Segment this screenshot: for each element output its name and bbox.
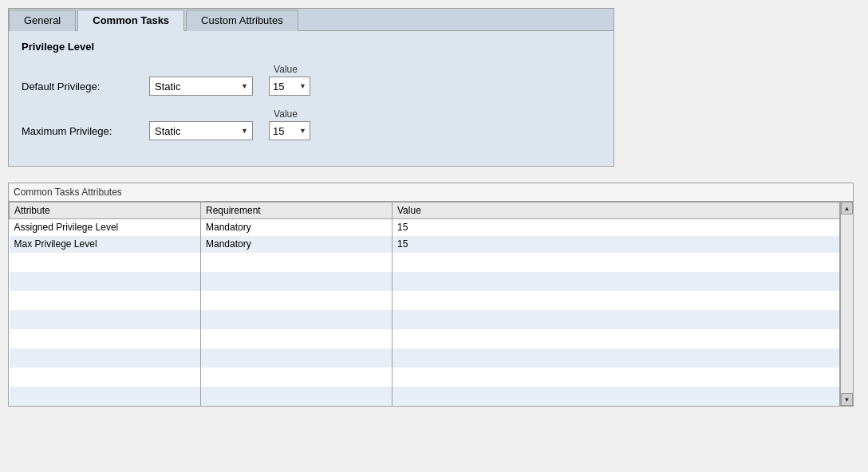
table-wrapper: Attribute Requirement Value Assigned Pri… xyxy=(9,202,853,406)
cell-value-0: 15 xyxy=(393,219,840,236)
cell-requirement-1: Mandatory xyxy=(201,236,393,253)
max-privilege-value-select[interactable]: 15 1 2 5 10 xyxy=(269,121,310,140)
table-scroll-area: Attribute Requirement Value Assigned Pri… xyxy=(9,202,840,406)
table-row[interactable]: Max Privilege Level Mandatory 15 xyxy=(10,236,840,253)
table-row-empty-4 xyxy=(10,310,840,329)
cell-attribute-1: Max Privilege Level xyxy=(10,236,201,253)
cell-requirement-0: Mandatory xyxy=(201,219,393,236)
table-row-empty-8 xyxy=(10,387,840,406)
col-header-attribute: Attribute xyxy=(10,203,201,219)
max-privilege-row: Maximum Privilege: Static Dynamic None V… xyxy=(22,108,601,140)
tab-common-tasks[interactable]: Common Tasks xyxy=(77,10,184,31)
cell-value-1: 15 xyxy=(393,236,840,253)
tab-custom-attributes[interactable]: Custom Attributes xyxy=(186,10,298,31)
table-row[interactable]: Assigned Privilege Level Mandatory 15 xyxy=(10,219,840,236)
table-header-row: Attribute Requirement Value xyxy=(10,203,840,219)
table-row-empty-5 xyxy=(10,329,840,348)
attributes-table: Attribute Requirement Value Assigned Pri… xyxy=(9,202,840,406)
max-privilege-label: Maximum Privilege: xyxy=(22,125,149,140)
default-privilege-dropdown-wrapper: Static Dynamic None xyxy=(149,77,253,96)
default-privilege-value-column: Value 15 1 2 5 10 xyxy=(261,64,310,96)
cell-attribute-0: Assigned Privilege Level xyxy=(10,219,201,236)
scrollbar[interactable]: ▲ ▼ xyxy=(840,202,853,406)
section-title: Privilege Level xyxy=(22,41,601,53)
bottom-panel: Common Tasks Attributes Attribute Requir… xyxy=(8,183,854,407)
table-row-empty-1 xyxy=(10,253,840,272)
table-row-empty-7 xyxy=(10,368,840,387)
max-privilege-value-label: Value xyxy=(261,108,310,120)
table-row-empty-6 xyxy=(10,348,840,368)
max-privilege-dropdown[interactable]: Static Dynamic None xyxy=(149,121,253,140)
col-header-requirement: Requirement xyxy=(201,203,393,219)
scrollbar-track xyxy=(841,214,853,393)
table-row-empty-3 xyxy=(10,291,840,310)
default-privilege-value-select[interactable]: 15 1 2 5 10 xyxy=(269,77,310,96)
max-privilege-dropdown-wrapper: Static Dynamic None xyxy=(149,121,253,140)
default-privilege-row: Default Privilege: Static Dynamic None V… xyxy=(22,64,601,96)
default-privilege-value-label: Value xyxy=(261,64,310,75)
tabs-row: General Common Tasks Custom Attributes xyxy=(9,9,614,31)
table-title: Common Tasks Attributes xyxy=(9,183,853,202)
top-panel: General Common Tasks Custom Attributes P… xyxy=(8,8,614,167)
scrollbar-up-button[interactable]: ▲ xyxy=(841,202,853,214)
tab-general[interactable]: General xyxy=(9,10,76,31)
default-privilege-dropdown[interactable]: Static Dynamic None xyxy=(149,77,253,96)
default-privilege-value-wrapper: 15 1 2 5 10 xyxy=(269,77,310,96)
col-header-value: Value xyxy=(393,203,840,219)
panel-content: Privilege Level Default Privilege: Stati… xyxy=(9,31,614,166)
max-privilege-value-wrapper: 15 1 2 5 10 xyxy=(269,121,310,140)
default-privilege-label: Default Privilege: xyxy=(22,81,149,96)
table-row-empty-2 xyxy=(10,272,840,291)
scrollbar-down-button[interactable]: ▼ xyxy=(841,393,853,406)
max-privilege-value-column: Value 15 1 2 5 10 xyxy=(261,108,310,140)
